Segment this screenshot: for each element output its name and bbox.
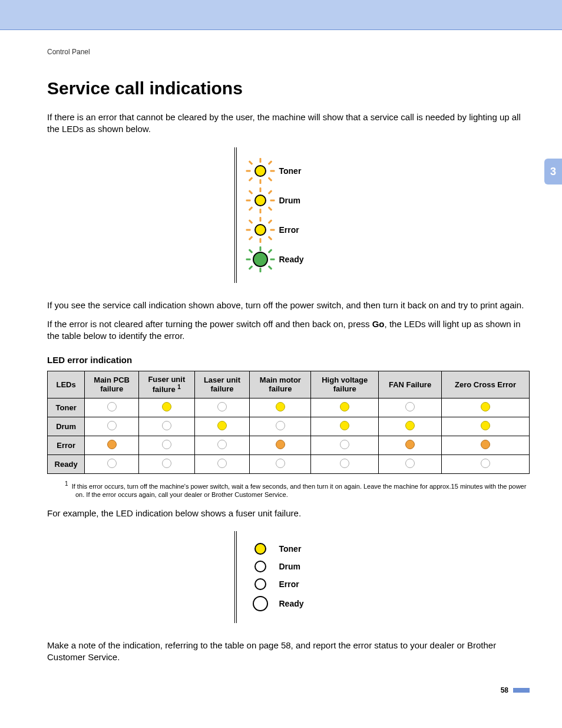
table-cell bbox=[85, 436, 139, 454]
table-row-header: Error bbox=[48, 436, 85, 454]
led-dot-icon bbox=[162, 402, 171, 411]
led-panel-service-call: TonerDrumErrorReady bbox=[234, 147, 343, 283]
chapter-tab: 3 bbox=[544, 159, 562, 185]
table-cell bbox=[194, 436, 250, 454]
footnote-1: 1 If this error occurs, turn off the mac… bbox=[65, 480, 530, 499]
table-cell bbox=[194, 454, 250, 473]
table-header: Main PCBfailure bbox=[85, 371, 139, 398]
led-dot-icon bbox=[481, 440, 490, 449]
paragraph-4: For example, the LED indication below sh… bbox=[47, 508, 530, 519]
led-dot-icon bbox=[107, 402, 117, 411]
page-number-wrap: 58 bbox=[501, 686, 530, 694]
table-cell bbox=[139, 436, 195, 454]
led-dot-icon bbox=[217, 402, 227, 411]
table-cell bbox=[139, 454, 195, 473]
led-dot-icon bbox=[481, 421, 490, 430]
table-header: Main motorfailure bbox=[250, 371, 311, 398]
paragraph-3: If the error is not cleared after turnin… bbox=[47, 318, 530, 342]
table-cell bbox=[311, 398, 379, 417]
breadcrumb: Control Panel bbox=[47, 48, 530, 56]
led-label: Ready bbox=[279, 599, 304, 608]
led-dot-icon bbox=[276, 421, 285, 430]
led-label: Ready bbox=[279, 255, 304, 264]
table-cell bbox=[85, 398, 139, 417]
table-cell bbox=[379, 436, 442, 454]
table-cell bbox=[250, 436, 311, 454]
table-header: High voltagefailure bbox=[311, 371, 379, 398]
led-icon bbox=[253, 252, 268, 267]
led-dot-icon bbox=[340, 440, 349, 449]
led-icon bbox=[254, 561, 266, 572]
table-cell bbox=[194, 417, 250, 436]
led-panel-fuser-example: TonerDrumErrorReady bbox=[234, 531, 343, 623]
led-dot-icon bbox=[340, 402, 349, 411]
table-cell bbox=[442, 454, 530, 473]
table-cell bbox=[379, 417, 442, 436]
led-row: Drum bbox=[249, 189, 343, 212]
led-dot-icon bbox=[276, 402, 285, 411]
table-cell bbox=[379, 454, 442, 473]
table-title: LED error indication bbox=[47, 355, 530, 365]
table-header: Zero Cross Error bbox=[442, 371, 530, 398]
table-cell bbox=[442, 417, 530, 436]
table-cell bbox=[139, 417, 195, 436]
table-cell bbox=[250, 417, 311, 436]
led-dot-icon bbox=[217, 440, 227, 449]
table-cell bbox=[379, 398, 442, 417]
led-flash-icon bbox=[249, 248, 272, 271]
led-dot-icon bbox=[405, 459, 415, 468]
led-dot-icon bbox=[217, 459, 227, 468]
intro-paragraph-1: If there is an error that cannot be clea… bbox=[47, 111, 530, 136]
led-dot-icon bbox=[162, 459, 171, 468]
led-dot-icon bbox=[405, 421, 415, 430]
top-bar bbox=[0, 0, 562, 30]
led-dot-icon bbox=[405, 440, 415, 449]
led-dot-icon bbox=[162, 440, 171, 449]
led-label: Error bbox=[279, 225, 299, 235]
led-error-table: LEDsMain PCBfailureFuser unitfailure 1La… bbox=[47, 371, 530, 473]
led-dot-icon bbox=[481, 459, 490, 468]
led-dot-icon bbox=[107, 459, 117, 468]
table-row-header: Drum bbox=[48, 417, 85, 436]
led-row: Ready bbox=[249, 596, 343, 611]
page-content: Control Panel 3 Service call indications… bbox=[0, 30, 562, 694]
led-dot-icon bbox=[217, 421, 227, 430]
led-label: Toner bbox=[279, 544, 302, 554]
table-row-header: Ready bbox=[48, 454, 85, 473]
table-cell bbox=[442, 398, 530, 417]
table-row-header: Toner bbox=[48, 398, 85, 417]
led-row: Toner bbox=[249, 159, 343, 183]
table-cell bbox=[139, 398, 195, 417]
footnote-marker: 1 bbox=[65, 480, 68, 487]
led-flash-icon bbox=[249, 159, 272, 183]
table-header: Fuser unitfailure 1 bbox=[139, 371, 195, 398]
table-cell bbox=[311, 436, 379, 454]
table-cell bbox=[85, 454, 139, 473]
table-cell bbox=[194, 398, 250, 417]
led-icon bbox=[254, 543, 266, 555]
table-cell bbox=[250, 398, 311, 417]
led-label: Toner bbox=[279, 166, 302, 176]
led-dot-icon bbox=[107, 421, 117, 430]
led-dot-icon bbox=[340, 421, 349, 430]
led-dot-icon bbox=[340, 459, 349, 468]
footnote-text: If this error occurs, turn off the machi… bbox=[72, 482, 527, 498]
led-label: Drum bbox=[279, 562, 301, 571]
led-icon bbox=[254, 165, 266, 177]
led-row: Drum bbox=[249, 561, 343, 572]
led-flash-icon bbox=[249, 218, 272, 242]
led-icon bbox=[253, 596, 268, 611]
table-header: LEDs bbox=[48, 371, 85, 398]
led-dot-icon bbox=[481, 402, 490, 411]
page-title: Service call indications bbox=[47, 78, 530, 98]
led-row: Toner bbox=[249, 543, 343, 555]
table-header: Laser unitfailure bbox=[194, 371, 250, 398]
led-dot-icon bbox=[107, 440, 117, 449]
table-cell bbox=[250, 454, 311, 473]
p3-part-a: If the error is not cleared after turnin… bbox=[47, 319, 372, 329]
led-dot-icon bbox=[405, 402, 415, 411]
led-label: Error bbox=[279, 579, 299, 589]
table-cell bbox=[311, 417, 379, 436]
led-label: Drum bbox=[279, 196, 301, 205]
led-dot-icon bbox=[162, 421, 171, 430]
